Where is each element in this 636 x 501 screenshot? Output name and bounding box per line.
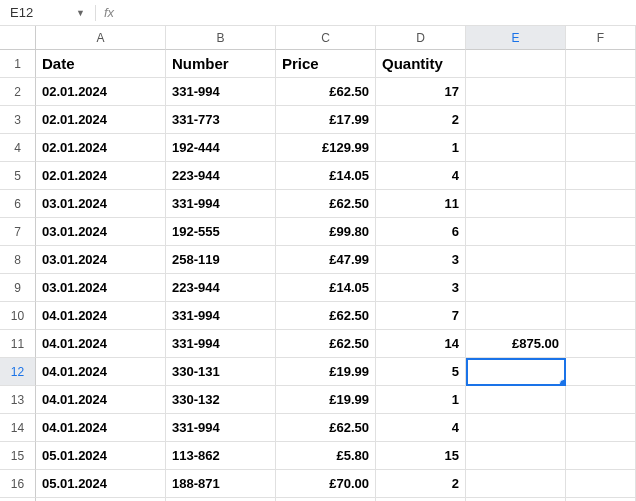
cell-E11[interactable]: £875.00 <box>466 330 566 358</box>
cell-C2[interactable]: £62.50 <box>276 78 376 106</box>
row-header-12[interactable]: 12 <box>0 358 36 386</box>
cell-A11[interactable]: 04.01.2024 <box>36 330 166 358</box>
cell-B6[interactable]: 331-994 <box>166 190 276 218</box>
cell-E2[interactable] <box>466 78 566 106</box>
cell-A6[interactable]: 03.01.2024 <box>36 190 166 218</box>
cell-B11[interactable]: 331-994 <box>166 330 276 358</box>
cell-F4[interactable] <box>566 134 636 162</box>
cell-E1[interactable] <box>466 50 566 78</box>
row-header-2[interactable]: 2 <box>0 78 36 106</box>
cell-D9[interactable]: 3 <box>376 274 466 302</box>
cell-F10[interactable] <box>566 302 636 330</box>
col-header-B[interactable]: B <box>166 26 276 50</box>
cell-D15[interactable]: 15 <box>376 442 466 470</box>
cell-A7[interactable]: 03.01.2024 <box>36 218 166 246</box>
cell-F3[interactable] <box>566 106 636 134</box>
cell-F6[interactable] <box>566 190 636 218</box>
cell-F1[interactable] <box>566 50 636 78</box>
cell-A2[interactable]: 02.01.2024 <box>36 78 166 106</box>
cell-D5[interactable]: 4 <box>376 162 466 190</box>
cell-F5[interactable] <box>566 162 636 190</box>
cell-E12-active[interactable] <box>466 358 566 386</box>
cell-C15[interactable]: £5.80 <box>276 442 376 470</box>
row-header-15[interactable]: 15 <box>0 442 36 470</box>
select-all-corner[interactable] <box>0 26 36 50</box>
cell-B9[interactable]: 223-944 <box>166 274 276 302</box>
cell-C7[interactable]: £99.80 <box>276 218 376 246</box>
row-header-3[interactable]: 3 <box>0 106 36 134</box>
cell-F7[interactable] <box>566 218 636 246</box>
cell-C1[interactable]: Price <box>276 50 376 78</box>
cell-B3[interactable]: 331-773 <box>166 106 276 134</box>
cell-D11[interactable]: 14 <box>376 330 466 358</box>
name-box[interactable]: E12 <box>6 3 66 22</box>
cell-C12[interactable]: £19.99 <box>276 358 376 386</box>
row-header-6[interactable]: 6 <box>0 190 36 218</box>
cell-F11[interactable] <box>566 330 636 358</box>
cell-C9[interactable]: £14.05 <box>276 274 376 302</box>
cell-E13[interactable] <box>466 386 566 414</box>
name-box-dropdown-icon[interactable]: ▼ <box>66 8 95 18</box>
cell-C3[interactable]: £17.99 <box>276 106 376 134</box>
cell-A16[interactable]: 05.01.2024 <box>36 470 166 498</box>
cell-E10[interactable] <box>466 302 566 330</box>
cell-D7[interactable]: 6 <box>376 218 466 246</box>
cell-E16[interactable] <box>466 470 566 498</box>
cell-B13[interactable]: 330-132 <box>166 386 276 414</box>
cell-D3[interactable]: 2 <box>376 106 466 134</box>
cell-E7[interactable] <box>466 218 566 246</box>
cell-C10[interactable]: £62.50 <box>276 302 376 330</box>
cell-E5[interactable] <box>466 162 566 190</box>
cell-A13[interactable]: 04.01.2024 <box>36 386 166 414</box>
cell-A1[interactable]: Date <box>36 50 166 78</box>
cell-F16[interactable] <box>566 470 636 498</box>
row-header-9[interactable]: 9 <box>0 274 36 302</box>
cell-C11[interactable]: £62.50 <box>276 330 376 358</box>
cell-B10[interactable]: 331-994 <box>166 302 276 330</box>
cell-E15[interactable] <box>466 442 566 470</box>
cell-A10[interactable]: 04.01.2024 <box>36 302 166 330</box>
cell-B16[interactable]: 188-871 <box>166 470 276 498</box>
cell-C13[interactable]: £19.99 <box>276 386 376 414</box>
cell-B4[interactable]: 192-444 <box>166 134 276 162</box>
cell-A14[interactable]: 04.01.2024 <box>36 414 166 442</box>
col-header-C[interactable]: C <box>276 26 376 50</box>
cell-F14[interactable] <box>566 414 636 442</box>
cell-C14[interactable]: £62.50 <box>276 414 376 442</box>
cell-E8[interactable] <box>466 246 566 274</box>
cell-C5[interactable]: £14.05 <box>276 162 376 190</box>
cell-D10[interactable]: 7 <box>376 302 466 330</box>
row-header-10[interactable]: 10 <box>0 302 36 330</box>
cell-D12[interactable]: 5 <box>376 358 466 386</box>
cell-D8[interactable]: 3 <box>376 246 466 274</box>
cell-A8[interactable]: 03.01.2024 <box>36 246 166 274</box>
cell-A5[interactable]: 02.01.2024 <box>36 162 166 190</box>
cell-F2[interactable] <box>566 78 636 106</box>
cell-E14[interactable] <box>466 414 566 442</box>
cell-B7[interactable]: 192-555 <box>166 218 276 246</box>
cell-B12[interactable]: 330-131 <box>166 358 276 386</box>
cell-C4[interactable]: £129.99 <box>276 134 376 162</box>
cell-A3[interactable]: 02.01.2024 <box>36 106 166 134</box>
cell-D4[interactable]: 1 <box>376 134 466 162</box>
cell-E3[interactable] <box>466 106 566 134</box>
cell-C6[interactable]: £62.50 <box>276 190 376 218</box>
cell-B15[interactable]: 113-862 <box>166 442 276 470</box>
cell-E4[interactable] <box>466 134 566 162</box>
cell-A9[interactable]: 03.01.2024 <box>36 274 166 302</box>
cell-F13[interactable] <box>566 386 636 414</box>
cell-B5[interactable]: 223-944 <box>166 162 276 190</box>
cell-F15[interactable] <box>566 442 636 470</box>
cell-D1[interactable]: Quantity <box>376 50 466 78</box>
cell-C16[interactable]: £70.00 <box>276 470 376 498</box>
col-header-A[interactable]: A <box>36 26 166 50</box>
row-header-1[interactable]: 1 <box>0 50 36 78</box>
row-header-13[interactable]: 13 <box>0 386 36 414</box>
cell-B1[interactable]: Number <box>166 50 276 78</box>
row-header-4[interactable]: 4 <box>0 134 36 162</box>
row-header-11[interactable]: 11 <box>0 330 36 358</box>
cell-F12[interactable] <box>566 358 636 386</box>
cell-D6[interactable]: 11 <box>376 190 466 218</box>
row-header-16[interactable]: 16 <box>0 470 36 498</box>
cell-B8[interactable]: 258-119 <box>166 246 276 274</box>
